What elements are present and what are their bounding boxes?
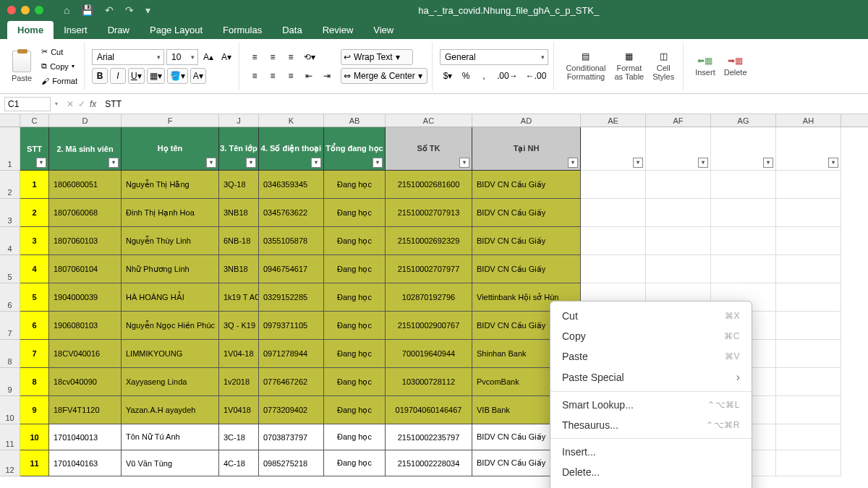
paste-button[interactable]: Paste: [9, 46, 35, 87]
cell[interactable]: 2: [20, 199, 49, 227]
filter-icon[interactable]: ▾: [109, 158, 119, 168]
menu-item-insert[interactable]: Insert...: [550, 442, 752, 462]
cell[interactable]: [776, 227, 841, 255]
cell[interactable]: 21510002235797: [386, 424, 472, 450]
cell[interactable]: [776, 450, 841, 476]
maximize-window-button[interactable]: [35, 6, 43, 14]
increase-font-icon[interactable]: A▴: [200, 49, 216, 65]
cell[interactable]: 1: [20, 171, 49, 199]
cell[interactable]: [776, 171, 841, 199]
cell[interactable]: Đang học: [324, 171, 386, 199]
cell[interactable]: 1701040163: [49, 450, 122, 476]
cell[interactable]: 9: [20, 396, 49, 424]
cell[interactable]: [776, 312, 841, 340]
filter-icon[interactable]: ▾: [568, 158, 578, 168]
cell[interactable]: 103000728112: [386, 368, 472, 396]
cell[interactable]: 6NB-18: [219, 227, 259, 255]
cell[interactable]: Nhữ Phương Linh: [122, 255, 219, 283]
comma-icon[interactable]: ,: [476, 68, 492, 84]
filter-icon[interactable]: ▾: [36, 158, 46, 168]
cell[interactable]: [711, 171, 776, 199]
filter-icon[interactable]: ▾: [698, 158, 708, 168]
col-header-D[interactable]: D: [49, 114, 122, 127]
cell[interactable]: 0355105878: [259, 227, 324, 255]
cell[interactable]: Đang học: [324, 368, 386, 396]
cell[interactable]: 21510002707977: [386, 255, 472, 283]
cancel-formula-icon[interactable]: ✕: [67, 99, 74, 109]
border-button[interactable]: ▦▾: [147, 68, 165, 84]
font-color-button[interactable]: A▾: [190, 68, 206, 84]
cell[interactable]: 6: [20, 312, 49, 340]
cell[interactable]: 8: [20, 368, 49, 396]
align-middle-icon[interactable]: ≡: [265, 49, 281, 65]
row-header-7[interactable]: 7: [0, 312, 20, 340]
row-header-1[interactable]: 1: [0, 127, 20, 171]
font-size-select[interactable]: 10: [166, 49, 198, 65]
cell[interactable]: 0703873797: [259, 424, 324, 450]
col-header-C[interactable]: C: [20, 114, 49, 127]
cell[interactable]: BIDV CN Cầu Giấy: [472, 199, 581, 227]
decrease-indent-icon[interactable]: ⇤: [301, 68, 317, 84]
cell[interactable]: 0979371105: [259, 312, 324, 340]
col-header-J[interactable]: J: [219, 114, 259, 127]
cell[interactable]: 5: [20, 283, 49, 312]
cell[interactable]: Đang học: [324, 255, 386, 283]
filter-icon[interactable]: ▾: [373, 158, 383, 168]
row-header-3[interactable]: 3: [0, 199, 20, 227]
cell[interactable]: Đang học: [324, 450, 386, 476]
increase-decimal-icon[interactable]: .00→: [494, 68, 521, 84]
col-header-AE[interactable]: AE: [581, 114, 646, 127]
cell[interactable]: [776, 396, 841, 424]
cell[interactable]: [711, 199, 776, 227]
fx-icon[interactable]: fx: [90, 99, 96, 109]
menu-item-thesaurus[interactable]: Thesaurus...⌃⌥⌘R: [550, 415, 752, 435]
align-top-icon[interactable]: ≡: [247, 49, 263, 65]
cell[interactable]: Vũ Văn Tùng: [122, 450, 219, 476]
cell[interactable]: 21510002692329: [386, 227, 472, 255]
percent-icon[interactable]: %: [458, 68, 474, 84]
cell[interactable]: [646, 227, 711, 255]
cell[interactable]: [776, 340, 841, 368]
col-header-K[interactable]: K: [259, 114, 324, 127]
row-header-12[interactable]: 12: [0, 450, 20, 476]
wrap-text-button[interactable]: ↩ Wrap Text ▾: [341, 49, 413, 65]
orientation-icon[interactable]: ⟲▾: [301, 49, 318, 65]
merge-center-button[interactable]: ⇔ Merge & Center ▾: [341, 68, 427, 84]
conditional-formatting-button[interactable]: ▤Conditional Formatting: [561, 43, 610, 89]
cell[interactable]: 18FV4T1120: [49, 396, 122, 424]
cell[interactable]: [776, 199, 841, 227]
insert-cells-button[interactable]: ⬅▦Insert: [691, 43, 720, 89]
cut-button[interactable]: ✂Cut: [39, 46, 80, 59]
tab-home[interactable]: Home: [7, 21, 54, 39]
cell[interactable]: HÀ HOÀNG HẢI: [122, 283, 219, 312]
menu-item-smart-lookup[interactable]: Smart Lookup...⌃⌥⌘L: [550, 395, 752, 415]
redo-icon[interactable]: ↷: [125, 4, 134, 16]
number-format-select[interactable]: General: [440, 49, 548, 65]
format-painter-button[interactable]: 🖌Format: [39, 74, 80, 87]
cell[interactable]: [581, 227, 646, 255]
cell[interactable]: 0971278944: [259, 340, 324, 368]
accept-formula-icon[interactable]: ✓: [78, 99, 85, 109]
fill-color-button[interactable]: 🪣▾: [167, 68, 188, 84]
cell[interactable]: 21510002681600: [386, 171, 472, 199]
cell[interactable]: [776, 255, 841, 283]
tab-formulas[interactable]: Formulas: [213, 21, 272, 39]
cell[interactable]: LIMMIKYOUNG: [122, 340, 219, 368]
filter-icon[interactable]: ▾: [206, 158, 216, 168]
formula-input[interactable]: STT: [101, 99, 868, 109]
tab-page-layout[interactable]: Page Layout: [140, 21, 213, 39]
format-as-table-button[interactable]: ▦Format as Table: [610, 43, 648, 89]
cell[interactable]: 102870192796: [386, 283, 472, 312]
cell[interactable]: [776, 424, 841, 450]
cell[interactable]: [581, 199, 646, 227]
cell[interactable]: BIDV CN Cầu Giấy: [472, 255, 581, 283]
cell[interactable]: 18CV040016: [49, 340, 122, 368]
align-center-icon[interactable]: ≡: [265, 68, 281, 84]
cell[interactable]: Đang học: [324, 340, 386, 368]
cell[interactable]: 0773209402: [259, 396, 324, 424]
menu-item-clear-contents[interactable]: Clear Contents: [550, 482, 752, 488]
filter-icon[interactable]: ▾: [633, 158, 643, 168]
cell[interactable]: Tôn Nữ Tú Anh: [122, 424, 219, 450]
cell[interactable]: 0985275218: [259, 450, 324, 476]
filter-icon[interactable]: ▾: [311, 158, 321, 168]
